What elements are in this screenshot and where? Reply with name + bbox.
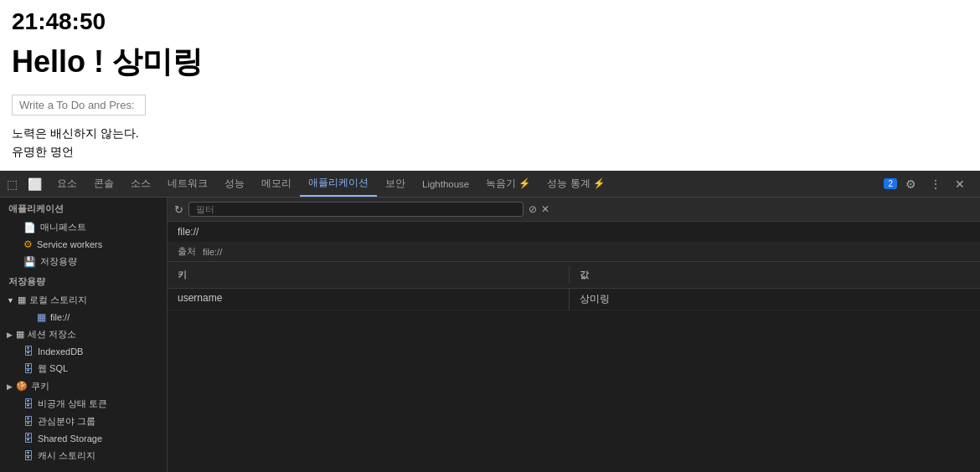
source-bar: 출처 file://	[168, 242, 980, 262]
document-icon: 📄	[23, 222, 36, 233]
source-value: file://	[203, 247, 222, 257]
session-table-icon: ▦	[16, 329, 24, 340]
main-content: ↻ ⊘ ✕ file:// 출처 file:// 키 값	[168, 198, 980, 472]
more-options-icon[interactable]: ⋮	[926, 176, 945, 192]
table-body: username 상미링	[168, 289, 980, 472]
sidebar-item-file-url[interactable]: ▦ file://	[0, 309, 167, 326]
column-key-header: 키	[168, 266, 570, 284]
devtools-body: 애플리케이션 📄 매니페스트 ⚙ Service workers 💾 저장용량 …	[0, 198, 980, 472]
tab-application[interactable]: 애플리케이션	[300, 171, 377, 197]
table-icon-2: ▦	[37, 311, 46, 323]
settings-icon[interactable]: ⚙	[902, 176, 920, 192]
tab-console[interactable]: 콘솔	[85, 171, 122, 197]
tab-memory[interactable]: 메모리	[253, 171, 300, 197]
tab-performance[interactable]: 성능	[216, 171, 253, 197]
sidebar-item-interest-groups[interactable]: 🗄 관심분야 그룹	[0, 413, 167, 430]
table-icon: ▦	[18, 295, 26, 305]
refresh-icon[interactable]: ↻	[174, 203, 183, 216]
quote-text: 노력은 배신하지 않는다. 유명한 명언	[12, 124, 968, 162]
close-icon[interactable]: ✕	[952, 176, 968, 192]
token-icon: 🗄	[23, 398, 34, 410]
column-value-header: 값	[570, 266, 980, 284]
filter-close-icon[interactable]: ✕	[541, 203, 549, 215]
tab-lighthouse[interactable]: Lighthouse	[414, 171, 477, 197]
tab-perf-insights[interactable]: 성능 통계 ⚡	[539, 171, 612, 197]
gear-icon: ⚙	[23, 239, 33, 250]
shared-storage-icon: 🗄	[23, 433, 34, 444]
tab-sources[interactable]: 소스	[122, 171, 159, 197]
table-row[interactable]: username 상미링	[168, 289, 980, 310]
sidebar-item-service-workers[interactable]: ⚙ Service workers	[0, 236, 167, 253]
notification-badge: 2	[884, 178, 897, 189]
local-storage-toggle[interactable]: ▼ ▦ 로컬 스토리지	[0, 291, 167, 309]
inspect-element-icon[interactable]: ⬚	[3, 176, 21, 192]
sql-icon: 🗄	[23, 363, 34, 375]
time-display: 21:48:50	[12, 8, 968, 35]
devtools-panel: ⬚ ⬜ 요소 콘솔 소스 네트워크 성능 메모리 애플리케이션 보안 Light…	[0, 171, 980, 472]
hello-text: Hello ! 상미링	[12, 42, 968, 83]
cookie-icon: 🍪	[16, 381, 28, 392]
sidebar-item-private-state-tokens[interactable]: 🗄 비공개 상태 토큰	[0, 395, 167, 413]
devtools-actions: 2 ⚙ ⋮ ✕	[884, 176, 972, 192]
arrow-right-icon-2: ▶	[7, 382, 13, 391]
filter-actions: ⊘ ✕	[529, 203, 549, 215]
table-header: 키 값	[168, 262, 980, 289]
tab-network[interactable]: 네트워크	[159, 171, 216, 197]
devtools-tabs-bar: ⬚ ⬜ 요소 콘솔 소스 네트워크 성능 메모리 애플리케이션 보안 Light…	[0, 171, 980, 198]
sidebar-item-websql[interactable]: 🗄 웹 SQL	[0, 360, 167, 377]
device-toolbar-icon[interactable]: ⬜	[24, 176, 45, 192]
sidebar-item-cache-storage[interactable]: 🗄 캐시 스토리지	[0, 447, 167, 464]
arrow-down-icon: ▼	[7, 296, 14, 305]
filter-bar: ↻ ⊘ ✕	[168, 198, 980, 222]
cell-value-username: 상미링	[570, 289, 980, 310]
sidebar-item-indexeddb[interactable]: 🗄 IndexedDB	[0, 343, 167, 360]
tab-recorder[interactable]: 녹음기 ⚡	[477, 171, 539, 197]
cell-key-username: username	[168, 289, 570, 310]
tab-security[interactable]: 보안	[377, 171, 414, 197]
sidebar-item-manifest[interactable]: 📄 매니페스트	[0, 218, 167, 236]
filter-input[interactable]	[188, 202, 524, 217]
todo-input[interactable]	[12, 95, 146, 115]
application-section-label: 애플리케이션	[0, 198, 167, 218]
empty-rows	[168, 310, 980, 472]
devtools-sidebar: 애플리케이션 📄 매니페스트 ⚙ Service workers 💾 저장용량 …	[0, 198, 168, 472]
storage-icon: 💾	[23, 256, 36, 268]
storage-table: 키 값 username 상미링	[168, 262, 980, 472]
sidebar-item-storage-usage[interactable]: 💾 저장용량	[0, 253, 167, 270]
webpage-area: 21:48:50 Hello ! 상미링 노력은 배신하지 않는다. 유명한 명…	[0, 0, 980, 172]
cache-icon: 🗄	[23, 450, 34, 462]
cookies-toggle[interactable]: ▶ 🍪 쿠키	[0, 377, 167, 395]
sidebar-item-shared-storage[interactable]: 🗄 Shared Storage	[0, 430, 167, 447]
session-storage-toggle[interactable]: ▶ ▦ 세션 저장소	[0, 326, 167, 343]
group-icon: 🗄	[23, 416, 34, 428]
arrow-right-icon: ▶	[7, 331, 13, 339]
source-label: 출처	[178, 245, 196, 258]
storage-section-label: 저장용량	[0, 270, 167, 291]
file-url-label: file://	[178, 226, 199, 238]
filter-clear-icon[interactable]: ⊘	[529, 203, 537, 215]
tab-elements[interactable]: 요소	[49, 171, 85, 197]
file-url-item[interactable]: file://	[168, 222, 980, 242]
db-icon: 🗄	[23, 346, 34, 357]
